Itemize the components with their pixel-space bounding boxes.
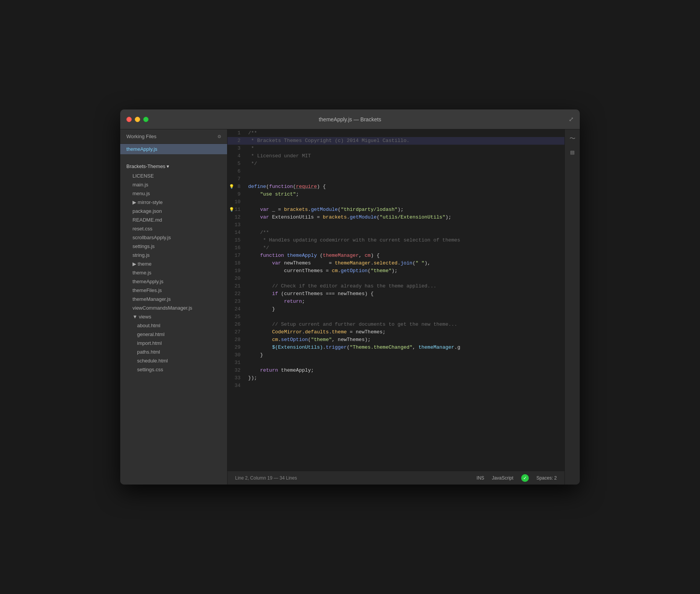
sidebar-item[interactable]: theme.js bbox=[123, 268, 224, 277]
line-code[interactable]: */ bbox=[247, 244, 564, 252]
line-code[interactable]: * Brackets Themes Copyright (c) 2014 Mig… bbox=[247, 137, 564, 145]
sidebar-spacer bbox=[120, 154, 227, 160]
line-code[interactable] bbox=[247, 313, 564, 321]
table-row: 24 } bbox=[227, 305, 564, 313]
chart-icon[interactable]: 〜 bbox=[566, 132, 579, 145]
line-code[interactable]: if (currentThemes === newThemes) { bbox=[247, 290, 564, 298]
code-body: 1/**2 * Brackets Themes Copyright (c) 20… bbox=[227, 129, 564, 390]
sidebar-item[interactable]: schedule.html bbox=[123, 356, 224, 365]
line-code[interactable]: "use strict"; bbox=[247, 191, 564, 198]
line-code[interactable] bbox=[247, 382, 564, 390]
line-code[interactable]: var ExtensionUtils = brackets.getModule(… bbox=[247, 214, 564, 221]
line-code[interactable]: }); bbox=[247, 374, 564, 382]
folder-root[interactable]: Brackets-Themes ▾ bbox=[123, 162, 224, 171]
line-code[interactable]: } bbox=[247, 305, 564, 313]
line-number: 16 bbox=[227, 244, 247, 252]
line-number: 3 bbox=[227, 145, 247, 152]
expand-icon[interactable]: ⤢ bbox=[569, 116, 574, 123]
line-code[interactable]: cm.setOption("theme", newThemes); bbox=[247, 336, 564, 344]
folder-section: Brackets-Themes ▾ LICENSEmain.jsmenu.js▶… bbox=[120, 160, 227, 375]
line-number: 20 bbox=[227, 275, 247, 282]
layers-icon[interactable]: ▤ bbox=[566, 146, 579, 158]
line-code[interactable]: var _ = brackets.getModule("thirdparty/l… bbox=[247, 206, 564, 214]
table-row: 23 return; bbox=[227, 298, 564, 305]
sidebar-item[interactable]: viewCommandsManager.js bbox=[123, 304, 224, 312]
sidebar-item[interactable]: LICENSE bbox=[123, 171, 224, 180]
sidebar-item[interactable]: settings.js bbox=[123, 242, 224, 251]
line-number: 18 bbox=[227, 259, 247, 267]
table-row: 20 bbox=[227, 275, 564, 282]
sidebar-item[interactable]: main.js bbox=[123, 180, 224, 189]
line-code[interactable] bbox=[247, 175, 564, 183]
sidebar-item[interactable]: ▼ views bbox=[123, 312, 224, 321]
line-code[interactable]: var newThemes = themeManager.selected.jo… bbox=[247, 259, 564, 267]
line-code[interactable]: // Check if the editor already has the t… bbox=[247, 282, 564, 290]
line-number: 31 bbox=[227, 359, 247, 367]
table-row: 34 bbox=[227, 382, 564, 390]
line-code[interactable]: // Setup current and further documents t… bbox=[247, 321, 564, 328]
sidebar-item[interactable]: themeApply.js bbox=[123, 277, 224, 286]
sidebar-item[interactable]: menu.js bbox=[123, 189, 224, 198]
line-code[interactable]: * Licensed under MIT bbox=[247, 152, 564, 160]
status-ins: INS bbox=[477, 475, 484, 481]
sidebar-item[interactable]: settings.css bbox=[123, 365, 224, 374]
line-code[interactable]: return; bbox=[247, 298, 564, 305]
line-code[interactable] bbox=[247, 168, 564, 175]
line-code[interactable]: * Handles updating codemirror with the c… bbox=[247, 237, 564, 244]
table-row: 8define(function(require) { bbox=[227, 183, 564, 191]
line-code[interactable]: /** bbox=[247, 229, 564, 237]
table-row: 11 var _ = brackets.getModule("thirdpart… bbox=[227, 206, 564, 214]
sidebar-item[interactable]: themeManager.js bbox=[123, 295, 224, 304]
sidebar-item[interactable]: paths.html bbox=[123, 348, 224, 356]
sidebar-item[interactable]: about.html bbox=[123, 321, 224, 330]
sidebar-item[interactable]: ▶ mirror-style bbox=[123, 198, 224, 207]
line-code[interactable] bbox=[247, 221, 564, 229]
line-number: 13 bbox=[227, 221, 247, 229]
table-row: 14 /** bbox=[227, 229, 564, 237]
line-code[interactable] bbox=[247, 275, 564, 282]
sidebar-item[interactable]: reset.css bbox=[123, 224, 224, 233]
table-row: 13 bbox=[227, 221, 564, 229]
line-code[interactable]: function themeApply (themeManager, cm) { bbox=[247, 252, 564, 259]
minimize-button[interactable] bbox=[135, 117, 140, 122]
sidebar-item[interactable]: package.json bbox=[123, 207, 224, 215]
line-code[interactable] bbox=[247, 359, 564, 367]
sidebar-item[interactable]: README.md bbox=[123, 215, 224, 224]
traffic-lights bbox=[126, 117, 149, 122]
sidebar-item[interactable]: themeFiles.js bbox=[123, 286, 224, 295]
line-code[interactable]: /** bbox=[247, 129, 564, 137]
active-file-item[interactable]: themeApply.js bbox=[120, 144, 227, 154]
line-number: 21 bbox=[227, 282, 247, 290]
gear-icon[interactable]: ⚙ bbox=[218, 133, 221, 140]
line-code[interactable] bbox=[247, 198, 564, 206]
line-number: 17 bbox=[227, 252, 247, 259]
maximize-button[interactable] bbox=[143, 117, 149, 122]
sidebar-item[interactable]: general.html bbox=[123, 330, 224, 339]
line-code[interactable]: * bbox=[247, 145, 564, 152]
line-code[interactable]: $(ExtensionUtils).trigger("Themes.themeC… bbox=[247, 344, 564, 351]
folder-items: LICENSEmain.jsmenu.js▶ mirror-stylepacka… bbox=[123, 171, 224, 374]
table-row: 4 * Licensed under MIT bbox=[227, 152, 564, 160]
table-row: 15 * Handles updating codemirror with th… bbox=[227, 237, 564, 244]
table-row: 19 currentThemes = cm.getOption("theme")… bbox=[227, 267, 564, 275]
line-code[interactable]: define(function(require) { bbox=[247, 183, 564, 191]
sidebar-item[interactable]: string.js bbox=[123, 251, 224, 259]
close-button[interactable] bbox=[126, 117, 132, 122]
table-row: 32 return themeApply; bbox=[227, 367, 564, 374]
line-code[interactable]: } bbox=[247, 351, 564, 359]
line-code[interactable]: */ bbox=[247, 160, 564, 168]
sidebar-item[interactable]: ▶ theme bbox=[123, 259, 224, 268]
status-spaces: Spaces: 2 bbox=[536, 475, 557, 481]
sidebar: Working Files ⚙ themeApply.js Brackets-T… bbox=[120, 129, 227, 485]
sidebar-item[interactable]: import.html bbox=[123, 339, 224, 348]
line-code[interactable]: currentThemes = cm.getOption("theme"); bbox=[247, 267, 564, 275]
table-row: 7 bbox=[227, 175, 564, 183]
table-row: 28 cm.setOption("theme", newThemes); bbox=[227, 336, 564, 344]
code-container[interactable]: 1/**2 * Brackets Themes Copyright (c) 20… bbox=[227, 129, 564, 471]
line-code[interactable]: CodeMirror.defaults.theme = newThemes; bbox=[247, 328, 564, 336]
sidebar-item[interactable]: scrollbarsApply.js bbox=[123, 233, 224, 242]
status-bar: Line 2, Column 19 — 34 Lines INS JavaScr… bbox=[227, 471, 564, 485]
status-check-icon: ✓ bbox=[521, 474, 529, 482]
line-code[interactable]: return themeApply; bbox=[247, 367, 564, 374]
line-number: 6 bbox=[227, 168, 247, 175]
